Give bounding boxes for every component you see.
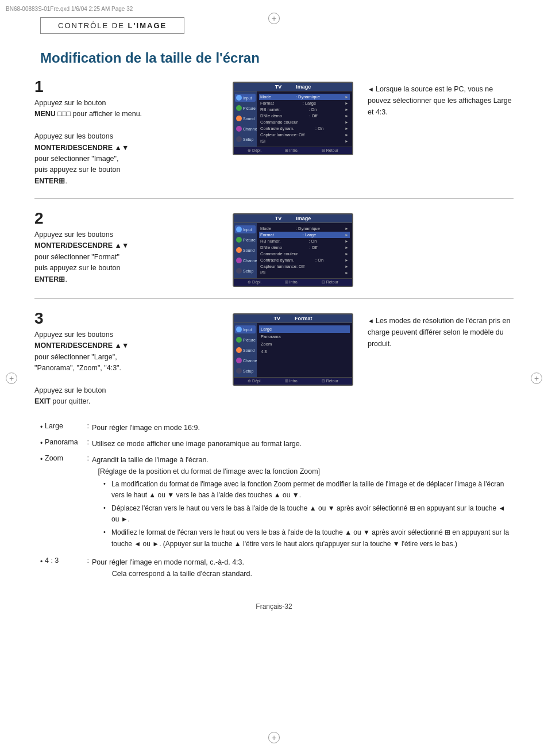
format-large: Large [259, 325, 350, 333]
page-title: Modification de la taille de l'écran [40, 50, 514, 66]
sound-icon-3 [236, 347, 242, 353]
channel-icon-3 [236, 358, 242, 363]
sidebar-channel-2: Channel [235, 256, 256, 264]
bullet-dot-zoom: • [40, 455, 45, 463]
tv-bottom-bar-3: ⊕ Dépl.⊞ Intro.⊟ Retour [234, 377, 352, 385]
bullet-content-large: Pour régler l'image en mode 16:9. [92, 422, 514, 433]
step-3-text: Appuyez sur les boutons MONTER/DESCENDRE… [34, 329, 221, 408]
sub-bullet-zoom-1: • La modification du format de l'image a… [103, 479, 514, 501]
bullet-label-panorama: Panorama [45, 438, 85, 446]
tv-body-1: Input Picture Sound Channel [234, 91, 352, 147]
tv-content-1: Mode: Dynamique► Format: Large► RB numér… [257, 91, 352, 147]
menu-row-isi-2: ISI► [259, 270, 350, 276]
setup-icon-2 [236, 268, 242, 274]
menu-row-contraste: Contraste dynam.: On► [259, 125, 350, 132]
format-zoom: Zoom [259, 340, 350, 348]
step-1-row: 1 Appuyez sur le bouton MENU □□□ pour af… [34, 79, 514, 187]
tv-body-3: Input Picture Sound Channel [234, 323, 352, 377]
tv-screen-3: TV Format Input Picture [233, 313, 353, 386]
bullet-panorama: • Panorama : Utilisez ce mode afficher u… [40, 438, 514, 450]
bullet-label-43: 4 : 3 [45, 557, 85, 565]
sidebar-sound-3: Sound [235, 346, 256, 354]
sidebar-picture: Picture [235, 104, 256, 112]
menu-row-format: Format: Large► [259, 100, 350, 106]
sidebar-picture-3: Picture [235, 336, 256, 344]
menu-row-capteur-2: Capteur luminance: Off► [259, 263, 350, 270]
tv-body-2: Input Picture Sound Channel [234, 223, 352, 278]
sound-icon-2 [236, 247, 242, 253]
bullet-label-large: Large [45, 422, 85, 430]
input-icon-3 [236, 327, 242, 332]
step-2-row: 2 Appuyez sur les boutons MONTER/DESCEND… [34, 210, 514, 287]
step-2-number: 2 [34, 210, 221, 227]
sound-icon [236, 116, 242, 121]
step-3-number: 3 [34, 310, 221, 327]
bullet-dot-43: • [40, 558, 45, 566]
tv-top-bar-2: TV Image [234, 214, 352, 223]
step-2-left: 2 Appuyez sur les boutons MONTER/DESCEND… [34, 210, 230, 285]
setup-icon-3 [236, 368, 242, 374]
tv-bottom-bar-2: ⊕ Dépl.⊞ Intro.⊟ Retour [234, 278, 352, 286]
sidebar-channel: Channel [235, 125, 256, 133]
menu-row-commande: Commande couleur► [259, 119, 350, 125]
header-text: Contrôle de L'Image [58, 21, 167, 30]
sidebar-setup: Setup [235, 135, 256, 143]
sidebar-sound: Sound [235, 114, 256, 122]
sidebar-setup-3: Setup [235, 367, 256, 375]
bullet-large: • Large : Pour régler l'image en mode 16… [40, 422, 514, 433]
menu-row-format-2: Format: Large► [259, 232, 350, 238]
menu-row-capteur: Capteur luminance: Off► [259, 132, 350, 138]
step-1-left: 1 Appuyez sur le bouton MENU □□□ pour af… [34, 79, 230, 187]
bullet-content-panorama: Utilisez ce mode afficher une image pano… [92, 438, 514, 450]
channel-icon-2 [236, 258, 242, 263]
menu-row-rb: RB numér.: On► [259, 106, 350, 113]
divider-1 [34, 198, 514, 199]
format-panorama: Panorama [259, 333, 350, 340]
tv-sidebar-1: Input Picture Sound Channel [234, 91, 257, 147]
tv-format-content-3: Large Panorama Zoom 4:3 [257, 323, 352, 377]
bullet-section: • Large : Pour régler l'image en mode 16… [40, 422, 514, 580]
page-footer: Français-32 [34, 603, 514, 611]
sub-bullet-zoom-3: • Modifiez le format de l'écran vers le … [103, 527, 514, 549]
file-info: BN68-00883S-01Fre.qxd 1/6/04 2:25 AM Pag… [6, 6, 133, 12]
bullet-content-zoom: Agrandit la taille de l'image à l'écran.… [92, 454, 514, 552]
divider-2 [34, 298, 514, 299]
corner-mark-bottom [268, 732, 280, 743]
menu-row-mode-2: Mode: Dynamique► [259, 225, 350, 232]
picture-icon-3 [236, 337, 242, 343]
tv-sidebar-3: Input Picture Sound Channel [234, 323, 257, 377]
sidebar-sound-2: Sound [235, 246, 256, 254]
menu-row-rb-2: RB numér.: On► [259, 238, 350, 244]
sidebar-input: Input [235, 94, 256, 102]
step-1-number: 1 [34, 79, 221, 95]
step-3-note: Les modes de résolution de l'écran pris … [356, 310, 514, 350]
page-container: BN68-00883S-01Fre.qxd 1/6/04 2:25 AM Pag… [0, 0, 548, 756]
sidebar-setup-2: Setup [235, 267, 256, 275]
sidebar-input-2: Input [235, 225, 256, 233]
step-3-left: 3 Appuyez sur les boutons MONTER/DESCEND… [34, 310, 230, 408]
step-3-row: 3 Appuyez sur les boutons MONTER/DESCEND… [34, 310, 514, 408]
menu-row-contraste-2: Contraste dynam.: On► [259, 257, 350, 263]
tv-bottom-bar-1: ⊕ Dépl.⊞ Intro.⊟ Retour [234, 147, 352, 154]
sidebar-input-3: Input [235, 325, 256, 333]
corner-mark-top [268, 13, 280, 24]
step-1-screen: TV Image Input Picture [230, 79, 356, 155]
sidebar-channel-3: Channel [235, 356, 256, 364]
channel-icon [236, 126, 242, 132]
bullet-dot-panorama: • [40, 439, 45, 447]
step-1-text: Appuyez sur le bouton MENU □□□ pour affi… [34, 98, 221, 187]
menu-row-isi: ISI► [259, 138, 350, 144]
bullet-dot-large: • [40, 423, 45, 431]
tv-top-bar-1: TV Image [234, 83, 352, 91]
tv-top-bar-3: TV Format [234, 314, 352, 323]
tv-content-2: Mode: Dynamique► Format: Large► RB numér… [257, 223, 352, 278]
input-icon [236, 95, 242, 101]
sidebar-picture-2: Picture [235, 236, 256, 244]
menu-row-dnie-2: DNIe démo: Off► [259, 244, 350, 251]
corner-mark-right [531, 373, 542, 384]
format-43: 4:3 [259, 348, 350, 355]
bullet-zoom: • Zoom : Agrandit la taille de l'image à… [40, 454, 514, 552]
header-box: Contrôle de L'Image [40, 17, 184, 34]
step-2-text: Appuyez sur les boutons MONTER/DESCENDRE… [34, 229, 221, 285]
picture-icon-2 [236, 237, 242, 243]
